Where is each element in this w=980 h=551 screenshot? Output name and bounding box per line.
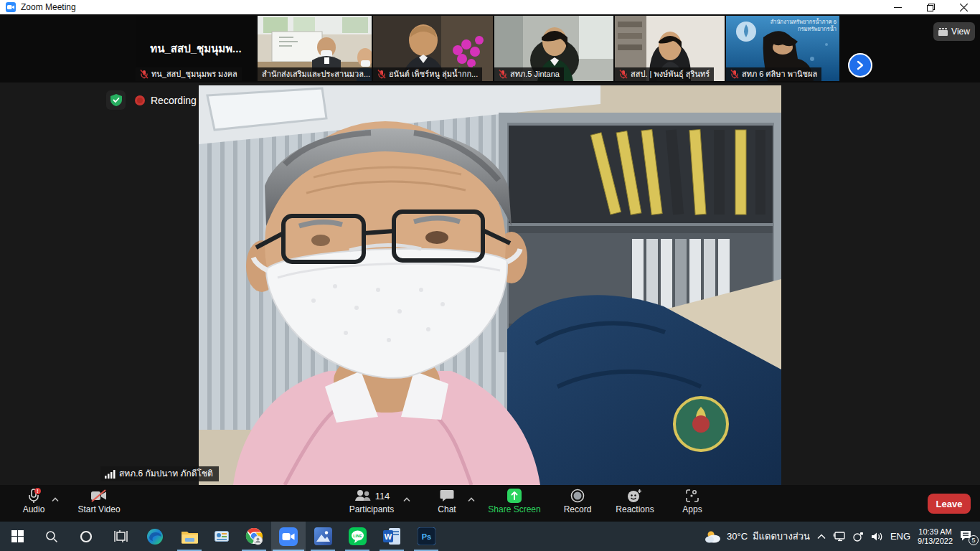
- zoom-app-icon: [6, 2, 16, 12]
- taskbar-pinned-app[interactable]: [207, 522, 237, 551]
- ethernet-icon: [833, 531, 845, 542]
- weather-widget[interactable]: 30°C มีแดดบางส่วน: [705, 529, 810, 544]
- video-tile[interactable]: สำนักงานทรัพยากรน้ำภาค 6 กรมทรัพยากรน้ำ …: [726, 16, 839, 81]
- recording-indicator[interactable]: Recording: [134, 95, 197, 106]
- minimize-button[interactable]: [881, 0, 914, 14]
- svg-text:Ps: Ps: [421, 532, 430, 541]
- volume-control[interactable]: [871, 532, 883, 542]
- windows-logo-icon: [11, 530, 24, 542]
- video-tile[interactable]: สทภ.5 Jintana: [494, 16, 613, 81]
- windows-taskbar: LINE W Ps: [0, 522, 980, 551]
- cortana-icon: [80, 530, 93, 543]
- participants-button[interactable]: 114 Participants: [343, 487, 400, 514]
- taskbar-photoshop[interactable]: Ps: [409, 522, 443, 551]
- record-button[interactable]: Record: [558, 487, 597, 514]
- camera-dot-icon: [852, 532, 864, 542]
- zoom-meeting-window: Zoom Meeting ทน_สสป_ชุมนุมพ... ทน_สสป_ชุ…: [0, 0, 980, 551]
- security-shield-icon[interactable]: [106, 90, 126, 110]
- chevron-up-icon: [817, 534, 826, 540]
- video-tile[interactable]: ทน_สสป_ชุมนุมพ... ทน_สสป_ชุมนุมพร มงคล: [136, 16, 256, 81]
- participants-icon: [354, 489, 372, 502]
- next-page-button[interactable]: [848, 53, 872, 77]
- tile-name-label: สทภ.5 Jintana: [494, 67, 564, 81]
- leave-button[interactable]: Leave: [928, 494, 971, 514]
- line-icon: LINE: [349, 527, 367, 545]
- network-status[interactable]: [833, 531, 845, 542]
- audio-options-caret[interactable]: [52, 492, 59, 505]
- weather-icon: [705, 530, 722, 543]
- word-icon: W: [383, 527, 401, 545]
- task-view-icon: [114, 530, 128, 542]
- tile-name-label: สำนักส่งเสริมและประสานมวล...: [258, 67, 372, 81]
- language-indicator[interactable]: ENG: [890, 531, 910, 542]
- tile-name-label: ทน_สสป_ชุมนุมพร มงคล: [136, 67, 242, 81]
- chevron-right-icon: [855, 60, 865, 70]
- muted-mic-icon: [730, 70, 739, 79]
- tile-name-label: อนันต์ เพ็ชร์หนู ลุ่มน้ำกก...: [373, 67, 482, 81]
- video-tile[interactable]: สสป. | พงษ์พันธุ์ สุรินทร์: [615, 16, 725, 81]
- tile-background-text: สำนักงานทรัพยากรน้ำภาค 6 กรมทรัพยากรน้ำ: [771, 19, 837, 33]
- task-view-button[interactable]: [103, 522, 138, 551]
- pinned-app-icon: [215, 531, 229, 542]
- tile-name-label: สทภ 6 ศลิษา พานิชผล: [726, 67, 821, 81]
- webcam-scene: [199, 85, 781, 485]
- chrome-icon: [245, 527, 263, 545]
- start-video-button[interactable]: Start Video: [74, 487, 124, 514]
- photoshop-icon: Ps: [418, 527, 435, 545]
- chat-button[interactable]: Chat: [430, 487, 463, 514]
- search-button[interactable]: [34, 522, 69, 551]
- active-speaker-name: สทภ.6 กัมปนาท ภักดีโชติ: [100, 466, 219, 481]
- reactions-button[interactable]: Reactions: [610, 487, 660, 514]
- system-tray: 30°C มีแดดบางส่วน: [705, 522, 980, 551]
- share-screen-button[interactable]: Share Screen: [485, 487, 544, 514]
- video-off-icon: [90, 489, 108, 503]
- speaker-icon: [871, 532, 883, 542]
- main-stage: Recording: [0, 83, 980, 485]
- participants-options-caret[interactable]: [403, 492, 410, 505]
- taskbar-clock[interactable]: 10:39 AM 9/13/2022: [918, 527, 953, 546]
- weather-temp: 30°C: [727, 531, 748, 542]
- start-button[interactable]: [0, 522, 34, 551]
- apps-icon: [685, 489, 699, 503]
- clock-time: 10:39 AM: [918, 527, 953, 537]
- taskbar-word[interactable]: W: [374, 522, 409, 551]
- apps-button[interactable]: Apps: [677, 487, 708, 514]
- reactions-smiley-icon: [627, 489, 643, 503]
- taskbar-photos[interactable]: [306, 522, 340, 551]
- taskbar-zoom-active[interactable]: [271, 522, 306, 551]
- taskbar-line[interactable]: LINE: [340, 522, 374, 551]
- chat-bubble-icon: [440, 489, 454, 502]
- muted-mic-icon: [377, 70, 386, 79]
- taskbar-file-explorer[interactable]: [172, 522, 207, 551]
- video-tile[interactable]: สำนักส่งเสริมและประสานมวล...: [258, 16, 372, 81]
- share-screen-icon: [507, 488, 522, 504]
- edge-icon: [146, 528, 164, 545]
- tile-name-label: สสป. | พงษ์พันธุ์ สุรินทร์: [615, 67, 714, 81]
- video-tile[interactable]: อนันต์ เพ็ชร์หนู ลุ่มน้ำกก...: [373, 16, 493, 81]
- taskbar-edge[interactable]: [138, 522, 172, 551]
- view-button[interactable]: View: [933, 22, 975, 41]
- cortana-button[interactable]: [69, 522, 103, 551]
- file-explorer-icon: [181, 529, 199, 544]
- camera-in-use-indicator[interactable]: [852, 532, 864, 542]
- title-bar: Zoom Meeting: [0, 0, 980, 14]
- taskbar-chrome[interactable]: [237, 522, 271, 551]
- muted-mic-icon: [140, 70, 149, 79]
- restore-button[interactable]: [914, 0, 947, 14]
- window-title: Zoom Meeting: [21, 2, 76, 12]
- muted-mic-icon: [619, 70, 628, 79]
- tray-expand-button[interactable]: [817, 534, 826, 540]
- participant-filmstrip: ทน_สสป_ชุมนุมพ... ทน_สสป_ชุมนุมพร มงคล: [0, 14, 980, 83]
- record-dot-icon: [134, 95, 146, 106]
- action-center-button[interactable]: 5: [960, 530, 974, 543]
- svg-text:!: !: [37, 489, 38, 494]
- participants-count: 114: [375, 491, 390, 501]
- audio-button[interactable]: ! Audio: [14, 487, 53, 514]
- chat-options-caret[interactable]: [468, 492, 475, 505]
- active-speaker-video[interactable]: [199, 85, 781, 485]
- close-button[interactable]: [947, 0, 980, 14]
- zoom-icon: [279, 527, 298, 546]
- photos-icon: [314, 527, 332, 545]
- weather-desc: มีแดดบางส่วน: [753, 529, 810, 544]
- meeting-toolbar: ! Audio Start Video: [0, 485, 980, 522]
